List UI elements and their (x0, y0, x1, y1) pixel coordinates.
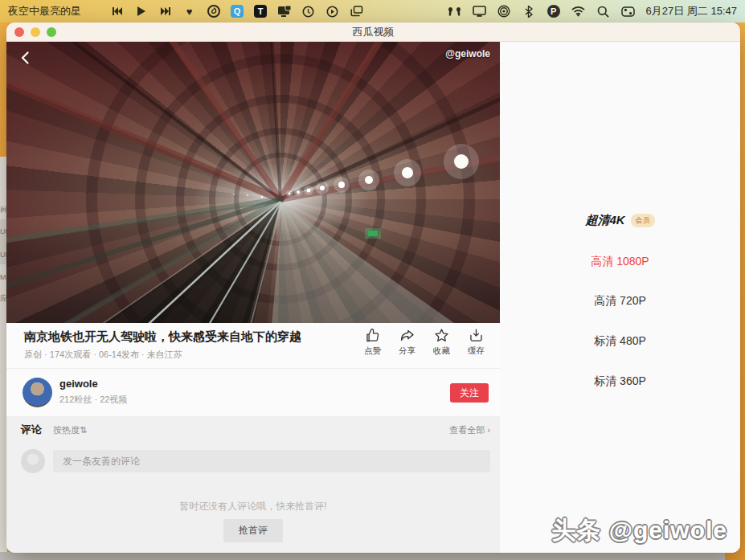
thumbs-up-icon (364, 327, 381, 344)
action-label: 点赞 (364, 345, 381, 357)
desktop: 夜空中最亮的星 ♥ Q T (0, 0, 745, 560)
quality-option-480p[interactable]: 标清 480P (500, 334, 740, 349)
search-app-icon[interactable]: Q (231, 5, 244, 18)
share-arrow-icon (399, 327, 415, 344)
music-previous-icon[interactable] (110, 5, 124, 18)
view-all-link[interactable]: 查看全部 › (449, 424, 490, 436)
star-icon (433, 327, 450, 344)
menu-bar: 夜空中最亮的星 ♥ Q T (0, 0, 745, 22)
menubar-app-title[interactable]: 夜空中最亮的星 (8, 4, 81, 18)
menubar-app-icons: ♥ Q T (110, 5, 363, 18)
video-watermark: @geiwole (445, 48, 490, 59)
author-section: geiwole 212粉丝 · 22视频 关注 (6, 368, 500, 416)
vip-badge: 会员 (631, 214, 655, 227)
wifi-icon[interactable] (571, 5, 585, 18)
video-player[interactable]: @geiwole (6, 42, 500, 323)
comment-input[interactable] (53, 450, 490, 472)
airpods-icon[interactable] (448, 5, 461, 18)
action-label: 分享 (399, 345, 415, 357)
cache-button[interactable]: 缓存 (459, 327, 493, 357)
menubar-datetime[interactable]: 6月27日 周二 15:47 (646, 4, 737, 18)
window-titlebar: 西瓜视频 (6, 22, 740, 42)
like-button[interactable]: 点赞 (355, 327, 390, 357)
quality-option-360p[interactable]: 标清 360P (500, 374, 740, 389)
share-button[interactable]: 分享 (390, 327, 424, 357)
video-title: 南京地铁也开无人驾驶啦，快来感受来自地下的穿越 (24, 329, 301, 345)
author-stats: 212粉丝 · 22视频 (59, 394, 127, 406)
comments-header: 评论 按热度⇅ 查看全部 › (6, 423, 500, 437)
toutiao-watermark: 头条 @geiwole (551, 514, 727, 547)
display-icon[interactable] (473, 5, 486, 18)
sort-by-hot-control[interactable]: 按热度⇅ (53, 424, 87, 436)
clock-app-icon[interactable] (301, 5, 315, 18)
heart-icon[interactable]: ♥ (182, 5, 196, 18)
control-center-icon[interactable] (621, 5, 635, 18)
chevron-right-icon: › (487, 425, 490, 435)
sort-arrows-icon: ⇅ (80, 425, 87, 435)
airplay-audio-icon[interactable] (497, 5, 511, 18)
background-text-fragment: M (0, 273, 6, 281)
bluetooth-icon[interactable] (522, 5, 536, 18)
music-next-icon[interactable] (158, 5, 172, 18)
follow-button[interactable]: 关注 (450, 383, 489, 403)
comments-section: 评论 按热度⇅ 查看全部 › 暂时还没有人评论哦，快来抢首评! 抢首评 (6, 416, 500, 553)
tunnel-video-frame (6, 42, 500, 323)
download-icon (468, 327, 485, 344)
back-icon[interactable] (18, 50, 34, 66)
video-info-section: 南京地铁也开无人驾驶啦，快来感受来自地下的穿越 原创 · 174次观看 · 06… (6, 323, 500, 368)
background-window-bottom (0, 552, 725, 560)
netease-music-icon[interactable] (207, 5, 220, 18)
favorite-button[interactable]: 收藏 (424, 327, 459, 357)
video-actions: 点赞 分享 收藏 缓存 (355, 327, 493, 357)
quality-panel: 超清4K会员 高清 1080P 高清 720P 标清 480P 标清 360P (500, 42, 740, 553)
display-notification-icon[interactable] (277, 5, 291, 18)
text-app-icon[interactable]: T (254, 5, 267, 18)
windows-copy-icon[interactable] (350, 5, 363, 18)
spotlight-search-icon[interactable] (596, 5, 610, 18)
comments-title: 评论 (21, 423, 42, 437)
music-play-icon[interactable] (134, 5, 148, 18)
quality-option-1080p[interactable]: 高清 1080P (500, 255, 740, 269)
comment-user-avatar (21, 449, 45, 473)
quality-option-4k[interactable]: 超清4K会员 (500, 213, 740, 228)
quality-option-720p[interactable]: 高清 720P (500, 294, 740, 309)
window-title: 西瓜视频 (6, 25, 740, 39)
first-comment-button[interactable]: 抢首评 (223, 519, 283, 542)
play-circle-icon[interactable] (325, 5, 339, 18)
action-label: 收藏 (433, 345, 450, 357)
video-meta: 原创 · 174次观看 · 06-14发布 · 来自江苏 (24, 349, 182, 361)
comments-empty-text: 暂时还没有人评论哦，快来抢首评! (6, 500, 500, 513)
parallels-app-icon[interactable]: P (547, 5, 560, 18)
action-label: 缓存 (468, 345, 485, 357)
author-name[interactable]: geiwole (59, 378, 98, 390)
menubar-status-icons: P 6月27日 周二 15:47 (448, 4, 737, 18)
xigua-video-window: 西瓜视频 (6, 22, 740, 553)
author-avatar[interactable] (23, 378, 52, 407)
